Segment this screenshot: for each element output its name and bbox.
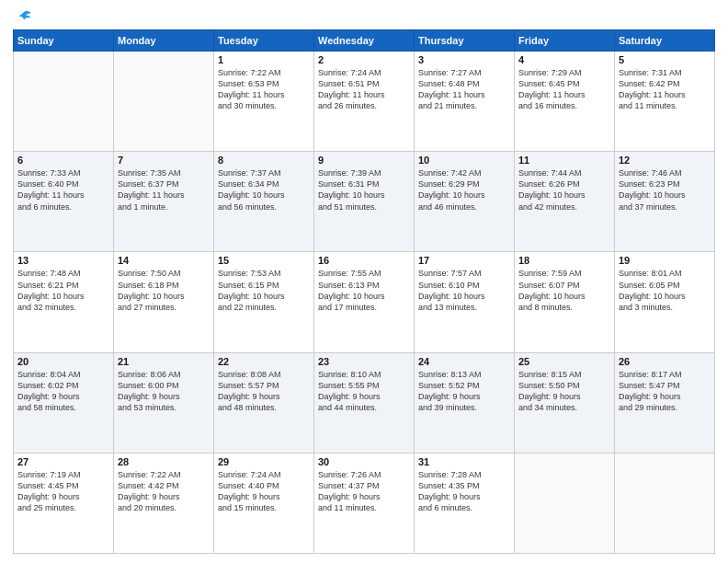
weekday-header: Monday <box>114 30 214 52</box>
day-info: Sunrise: 7:57 AM Sunset: 6:10 PM Dayligh… <box>418 268 510 313</box>
day-info: Sunrise: 7:29 AM Sunset: 6:45 PM Dayligh… <box>518 67 610 112</box>
day-number: 5 <box>619 54 711 65</box>
day-number: 31 <box>418 456 510 467</box>
calendar-day-cell: 10Sunrise: 7:42 AM Sunset: 6:29 PM Dayli… <box>415 152 515 252</box>
calendar-day-cell: 25Sunrise: 8:15 AM Sunset: 5:50 PM Dayli… <box>515 352 615 453</box>
day-number: 7 <box>118 155 210 166</box>
day-info: Sunrise: 8:17 AM Sunset: 5:47 PM Dayligh… <box>619 369 711 414</box>
calendar-day-cell: 5Sunrise: 7:31 AM Sunset: 6:42 PM Daylig… <box>615 52 715 152</box>
weekday-header: Tuesday <box>214 30 314 52</box>
day-number: 9 <box>318 155 410 166</box>
calendar-day-cell <box>114 52 214 152</box>
calendar-day-cell: 26Sunrise: 8:17 AM Sunset: 5:47 PM Dayli… <box>615 352 715 453</box>
weekday-header: Thursday <box>415 30 515 52</box>
day-info: Sunrise: 7:19 AM Sunset: 4:45 PM Dayligh… <box>17 469 109 514</box>
day-number: 16 <box>318 255 410 266</box>
day-info: Sunrise: 8:13 AM Sunset: 5:52 PM Dayligh… <box>418 369 510 414</box>
day-info: Sunrise: 8:04 AM Sunset: 6:02 PM Dayligh… <box>17 369 109 414</box>
page: SundayMondayTuesdayWednesdayThursdayFrid… <box>0 0 728 563</box>
day-number: 29 <box>218 456 310 467</box>
day-info: Sunrise: 7:44 AM Sunset: 6:26 PM Dayligh… <box>518 167 610 213</box>
calendar-day-cell: 17Sunrise: 7:57 AM Sunset: 6:10 PM Dayli… <box>415 252 515 352</box>
day-info: Sunrise: 7:33 AM Sunset: 6:40 PM Dayligh… <box>17 167 109 213</box>
day-number: 26 <box>619 356 711 367</box>
weekday-header: Saturday <box>615 30 715 52</box>
day-number: 13 <box>17 255 109 266</box>
calendar-header-row: SundayMondayTuesdayWednesdayThursdayFrid… <box>14 30 715 52</box>
day-info: Sunrise: 7:48 AM Sunset: 6:21 PM Dayligh… <box>17 268 109 313</box>
calendar-week-row: 27Sunrise: 7:19 AM Sunset: 4:45 PM Dayli… <box>14 453 715 553</box>
day-info: Sunrise: 7:27 AM Sunset: 6:48 PM Dayligh… <box>418 67 510 112</box>
logo <box>13 9 33 24</box>
day-number: 28 <box>118 456 210 467</box>
day-info: Sunrise: 7:26 AM Sunset: 4:37 PM Dayligh… <box>318 469 410 514</box>
day-info: Sunrise: 8:15 AM Sunset: 5:50 PM Dayligh… <box>518 369 610 414</box>
day-info: Sunrise: 8:10 AM Sunset: 5:55 PM Dayligh… <box>318 369 410 414</box>
day-number: 4 <box>518 54 610 65</box>
day-info: Sunrise: 7:28 AM Sunset: 4:35 PM Dayligh… <box>418 469 510 514</box>
day-number: 22 <box>218 356 310 367</box>
day-number: 20 <box>17 356 109 367</box>
calendar-day-cell: 9Sunrise: 7:39 AM Sunset: 6:31 PM Daylig… <box>314 152 415 252</box>
calendar-table: SundayMondayTuesdayWednesdayThursdayFrid… <box>13 29 715 554</box>
calendar-day-cell: 3Sunrise: 7:27 AM Sunset: 6:48 PM Daylig… <box>415 52 515 152</box>
day-number: 14 <box>118 255 210 266</box>
day-info: Sunrise: 8:06 AM Sunset: 6:00 PM Dayligh… <box>118 369 210 414</box>
calendar-day-cell: 13Sunrise: 7:48 AM Sunset: 6:21 PM Dayli… <box>14 252 114 352</box>
calendar-day-cell: 21Sunrise: 8:06 AM Sunset: 6:00 PM Dayli… <box>114 352 214 453</box>
calendar-day-cell: 29Sunrise: 7:24 AM Sunset: 4:40 PM Dayli… <box>214 453 314 553</box>
day-info: Sunrise: 8:01 AM Sunset: 6:05 PM Dayligh… <box>619 268 711 313</box>
calendar-day-cell: 11Sunrise: 7:44 AM Sunset: 6:26 PM Dayli… <box>515 152 615 252</box>
weekday-header: Wednesday <box>314 30 415 52</box>
calendar-day-cell <box>615 453 715 553</box>
calendar-day-cell: 19Sunrise: 8:01 AM Sunset: 6:05 PM Dayli… <box>615 252 715 352</box>
calendar-week-row: 6Sunrise: 7:33 AM Sunset: 6:40 PM Daylig… <box>14 152 715 252</box>
day-number: 12 <box>619 155 711 166</box>
calendar-day-cell: 18Sunrise: 7:59 AM Sunset: 6:07 PM Dayli… <box>515 252 615 352</box>
day-number: 2 <box>318 54 410 65</box>
weekday-header: Sunday <box>14 30 114 52</box>
day-info: Sunrise: 7:31 AM Sunset: 6:42 PM Dayligh… <box>619 67 711 112</box>
day-info: Sunrise: 7:42 AM Sunset: 6:29 PM Dayligh… <box>418 167 510 213</box>
day-info: Sunrise: 7:22 AM Sunset: 6:53 PM Dayligh… <box>218 67 310 112</box>
calendar-day-cell: 7Sunrise: 7:35 AM Sunset: 6:37 PM Daylig… <box>114 152 214 252</box>
day-number: 3 <box>418 54 510 65</box>
calendar-day-cell: 31Sunrise: 7:28 AM Sunset: 4:35 PM Dayli… <box>415 453 515 553</box>
day-info: Sunrise: 7:24 AM Sunset: 4:40 PM Dayligh… <box>218 469 310 514</box>
day-number: 27 <box>17 456 109 467</box>
calendar-day-cell: 23Sunrise: 8:10 AM Sunset: 5:55 PM Dayli… <box>314 352 415 453</box>
day-number: 8 <box>218 155 310 166</box>
calendar-day-cell <box>515 453 615 553</box>
day-info: Sunrise: 7:46 AM Sunset: 6:23 PM Dayligh… <box>619 167 711 213</box>
calendar-day-cell: 1Sunrise: 7:22 AM Sunset: 6:53 PM Daylig… <box>214 52 314 152</box>
day-number: 15 <box>218 255 310 266</box>
logo-bird-icon <box>15 9 33 28</box>
day-number: 19 <box>619 255 711 266</box>
day-info: Sunrise: 7:24 AM Sunset: 6:51 PM Dayligh… <box>318 67 410 112</box>
calendar-day-cell: 2Sunrise: 7:24 AM Sunset: 6:51 PM Daylig… <box>314 52 415 152</box>
day-number: 18 <box>518 255 610 266</box>
calendar-day-cell: 20Sunrise: 8:04 AM Sunset: 6:02 PM Dayli… <box>14 352 114 453</box>
calendar-day-cell: 15Sunrise: 7:53 AM Sunset: 6:15 PM Dayli… <box>214 252 314 352</box>
day-number: 1 <box>218 54 310 65</box>
day-number: 24 <box>418 356 510 367</box>
day-info: Sunrise: 7:37 AM Sunset: 6:34 PM Dayligh… <box>218 167 310 213</box>
day-number: 17 <box>418 255 510 266</box>
calendar-day-cell <box>14 52 114 152</box>
calendar-day-cell: 12Sunrise: 7:46 AM Sunset: 6:23 PM Dayli… <box>615 152 715 252</box>
calendar-day-cell: 8Sunrise: 7:37 AM Sunset: 6:34 PM Daylig… <box>214 152 314 252</box>
day-number: 23 <box>318 356 410 367</box>
day-info: Sunrise: 7:39 AM Sunset: 6:31 PM Dayligh… <box>318 167 410 213</box>
calendar-day-cell: 27Sunrise: 7:19 AM Sunset: 4:45 PM Dayli… <box>14 453 114 553</box>
day-info: Sunrise: 7:35 AM Sunset: 6:37 PM Dayligh… <box>118 167 210 213</box>
day-info: Sunrise: 7:53 AM Sunset: 6:15 PM Dayligh… <box>218 268 310 313</box>
header <box>13 9 715 24</box>
day-info: Sunrise: 8:08 AM Sunset: 5:57 PM Dayligh… <box>218 369 310 414</box>
day-info: Sunrise: 7:55 AM Sunset: 6:13 PM Dayligh… <box>318 268 410 313</box>
day-number: 11 <box>518 155 610 166</box>
day-number: 30 <box>318 456 410 467</box>
calendar-week-row: 20Sunrise: 8:04 AM Sunset: 6:02 PM Dayli… <box>14 352 715 453</box>
calendar-week-row: 1Sunrise: 7:22 AM Sunset: 6:53 PM Daylig… <box>14 52 715 152</box>
calendar-day-cell: 30Sunrise: 7:26 AM Sunset: 4:37 PM Dayli… <box>314 453 415 553</box>
calendar-day-cell: 16Sunrise: 7:55 AM Sunset: 6:13 PM Dayli… <box>314 252 415 352</box>
